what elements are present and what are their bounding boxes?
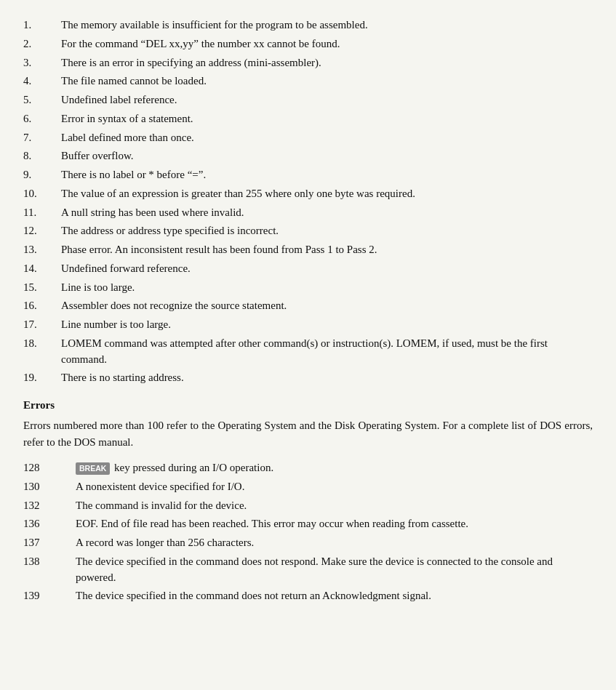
errors-header: Errors [23,399,593,412]
list-number: 15. [23,280,61,296]
list-text: The file named cannot be loaded. [61,73,593,89]
list-item: 1.The memory available is insufficient f… [23,17,593,33]
list-text: Buffer overflow. [61,148,593,164]
error-row: 137A record was longer than 256 characte… [23,535,593,551]
list-number: 1. [23,17,61,33]
list-number: 8. [23,148,61,164]
error-code: 130 [23,479,76,495]
list-item: 2.For the command “DEL xx,yy” the number… [23,36,593,52]
list-number: 11. [23,205,61,221]
errors-paragraph: Errors numbered more than 100 refer to t… [23,417,593,450]
list-text: Label defined more than once. [61,130,593,146]
list-number: 18. [23,336,61,368]
list-text: Assembler does not recognize the source … [61,298,593,314]
error-description: BREAK key pressed during an I/O operatio… [76,460,593,476]
numbered-list: 1.The memory available is insufficient f… [23,17,593,386]
errors-section: Errors Errors numbered more than 100 ref… [23,399,593,604]
list-text: For the command “DEL xx,yy” the number x… [61,36,593,52]
list-item: 12.The address or address type specified… [23,223,593,239]
list-text: LOMEM command was attempted after other … [61,336,593,368]
error-description: The device specified in the command does… [76,554,593,586]
list-item: 14.Undefined forward reference. [23,261,593,277]
error-code: 139 [23,588,76,604]
list-text: There is no starting address. [61,370,593,386]
error-description: EOF. End of file read has been reached. … [76,516,593,532]
list-item: 5.Undefined label reference. [23,92,593,108]
list-item: 19.There is no starting address. [23,370,593,386]
error-row: 139The device specified in the command d… [23,588,593,604]
list-number: 4. [23,73,61,89]
list-text: Line is too large. [61,280,593,296]
list-number: 10. [23,186,61,202]
list-number: 7. [23,130,61,146]
list-number: 3. [23,55,61,71]
list-item: 9.There is no label or * before “=”. [23,167,593,183]
list-number: 16. [23,298,61,314]
list-item: 11.A null string has been used where inv… [23,205,593,221]
list-item: 3.There is an error in specifying an add… [23,55,593,71]
list-item: 15.Line is too large. [23,280,593,296]
error-code: 132 [23,498,76,514]
list-item: 17.Line number is too large. [23,317,593,333]
list-text: There is no label or * before “=”. [61,167,593,183]
list-text: Undefined forward reference. [61,261,593,277]
error-table: 128BREAK key pressed during an I/O opera… [23,460,593,604]
error-code: 136 [23,516,76,532]
list-text: There is an error in specifying an addre… [61,55,593,71]
list-text: The memory available is insufficient for… [61,17,593,33]
list-text: The address or address type specified is… [61,223,593,239]
list-text: The value of an expression is greater th… [61,186,593,202]
error-row: 132The command is invalid for the device… [23,498,593,514]
list-item: 10.The value of an expression is greater… [23,186,593,202]
list-number: 2. [23,36,61,52]
error-row: 136EOF. End of file read has been reache… [23,516,593,532]
list-item: 8.Buffer overflow. [23,148,593,164]
error-code: 138 [23,554,76,586]
list-text: Line number is too large. [61,317,593,333]
list-item: 16.Assembler does not recognize the sour… [23,298,593,314]
list-item: 6.Error in syntax of a statement. [23,111,593,127]
error-description: A nonexistent device specified for I/O. [76,479,593,495]
error-row: 128BREAK key pressed during an I/O opera… [23,460,593,476]
error-code: 137 [23,535,76,551]
list-number: 19. [23,370,61,386]
list-item: 4.The file named cannot be loaded. [23,73,593,89]
break-key-badge: BREAK [76,462,110,475]
list-number: 13. [23,242,61,258]
list-text: A null string has been used where invali… [61,205,593,221]
list-text: Error in syntax of a statement. [61,111,593,127]
error-description: The device specified in the command does… [76,588,593,604]
error-row: 130A nonexistent device specified for I/… [23,479,593,495]
list-number: 9. [23,167,61,183]
error-description: A record was longer than 256 characters. [76,535,593,551]
error-row: 138The device specified in the command d… [23,554,593,586]
list-number: 12. [23,223,61,239]
list-item: 7.Label defined more than once. [23,130,593,146]
list-number: 14. [23,261,61,277]
list-text: Phase error. An inconsistent result has … [61,242,593,258]
list-number: 5. [23,92,61,108]
list-number: 17. [23,317,61,333]
error-description: The command is invalid for the device. [76,498,593,514]
list-item: 13.Phase error. An inconsistent result h… [23,242,593,258]
list-item: 18.LOMEM command was attempted after oth… [23,336,593,368]
error-code: 128 [23,460,76,476]
list-number: 6. [23,111,61,127]
list-text: Undefined label reference. [61,92,593,108]
